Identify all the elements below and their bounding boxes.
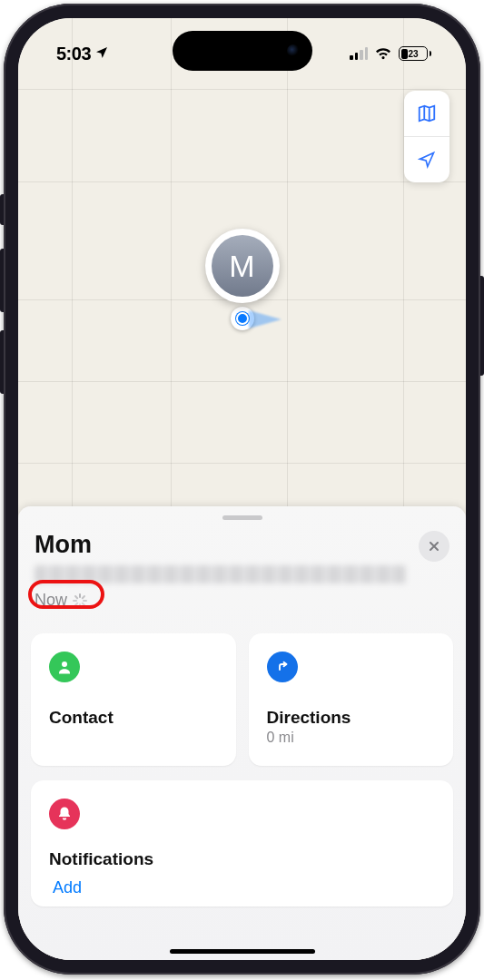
battery-percent: 23 <box>408 49 418 59</box>
hw-volume-up <box>0 249 4 312</box>
map-mode-button[interactable] <box>404 91 449 136</box>
add-notification-button[interactable]: Add <box>53 878 82 897</box>
cellular-signal-icon <box>350 47 368 60</box>
battery-icon: 23 <box>399 46 431 61</box>
status-time: 5:03 <box>56 44 91 64</box>
close-icon <box>427 539 441 554</box>
directions-distance: 0 mi <box>267 730 436 746</box>
detail-sheet[interactable]: Mom Now <box>18 506 466 960</box>
hw-silence-switch <box>0 194 4 225</box>
close-button[interactable] <box>419 531 449 562</box>
timestamp-label: Now <box>35 591 67 610</box>
hw-volume-down <box>0 330 4 394</box>
contact-location-pin[interactable]: M <box>205 229 280 303</box>
avatar-initial: M <box>212 235 273 297</box>
screen: 5:03 23 <box>18 18 466 960</box>
sheet-title: Mom <box>35 531 92 559</box>
map-controls <box>404 91 449 182</box>
dynamic-island <box>173 31 312 71</box>
phone-frame: 5:03 23 <box>4 4 480 975</box>
wifi-icon <box>374 47 392 60</box>
bell-icon <box>49 799 80 829</box>
directions-icon <box>267 652 298 682</box>
loading-spinner-icon <box>73 593 87 608</box>
svg-point-0 <box>62 662 67 667</box>
hw-power-button <box>480 276 484 376</box>
address-text <box>35 565 406 583</box>
directions-card[interactable]: Directions 0 mi <box>249 633 454 766</box>
contact-card[interactable]: Contact <box>31 633 236 766</box>
status-left: 5:03 <box>56 44 109 64</box>
notifications-label: Notifications <box>49 849 435 869</box>
heading-cone-icon <box>249 310 282 328</box>
directions-label: Directions <box>267 708 436 728</box>
home-indicator[interactable] <box>170 949 315 954</box>
location-services-icon <box>94 44 109 64</box>
sheet-grabber[interactable] <box>222 515 262 520</box>
notifications-card[interactable]: Notifications Add <box>31 780 453 906</box>
contact-label: Contact <box>49 708 218 728</box>
my-location-dot <box>231 307 254 330</box>
locate-me-button[interactable] <box>404 137 449 182</box>
contact-icon <box>49 652 80 682</box>
status-right: 23 <box>350 46 431 61</box>
